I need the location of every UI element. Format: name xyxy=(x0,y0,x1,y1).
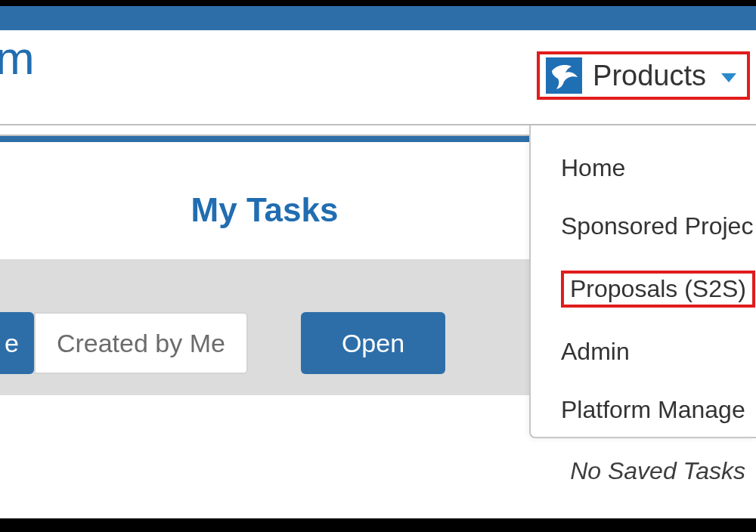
hawk-icon xyxy=(546,57,582,94)
menu-item-proposals-s2s[interactable]: Proposals (S2S) xyxy=(531,255,756,323)
caret-down-icon xyxy=(721,73,736,82)
products-menu: Home Sponsored Projec Proposals (S2S) Ad… xyxy=(529,125,756,438)
menu-item-admin[interactable]: Admin xyxy=(531,323,756,381)
logo-fragment: m xyxy=(0,35,35,82)
menu-item-home[interactable]: Home xyxy=(531,139,756,197)
products-dropdown[interactable]: Products xyxy=(537,51,750,100)
menu-item-platform-management[interactable]: Platform Manage xyxy=(531,381,756,439)
no-saved-tasks-label: No Saved Tasks xyxy=(570,457,745,485)
filter-chip-created-by-me[interactable]: Created by Me xyxy=(34,312,248,374)
topbar xyxy=(0,6,756,30)
accent-bar xyxy=(0,135,529,142)
filter-chip-open[interactable]: Open xyxy=(301,312,445,374)
filter-chip-active-fragment[interactable]: e xyxy=(0,312,34,374)
section-title: My Tasks xyxy=(0,191,529,229)
menu-item-sponsored-projects[interactable]: Sponsored Projec xyxy=(531,197,756,255)
products-label: Products xyxy=(593,60,706,92)
